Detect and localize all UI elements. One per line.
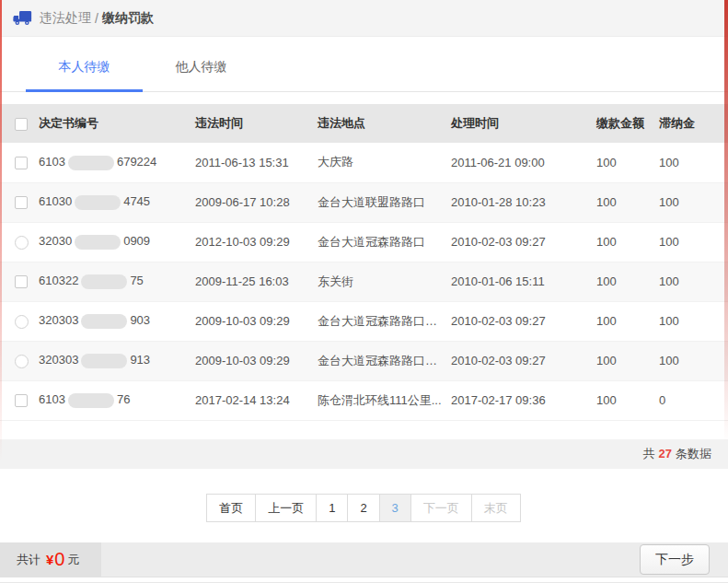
payment-amount-cell: 100 xyxy=(591,380,653,420)
violation-location-cell: 东关街 xyxy=(312,262,445,301)
page-header: 违法处理 / 缴纳罚款 xyxy=(0,0,728,37)
violations-table-wrap: 决定书编号违法时间违法地点处理时间缴款金额滞纳金 6103679224 2011… xyxy=(0,104,728,421)
decision-number-suffix: 903 xyxy=(130,313,150,327)
table-header-row: 决定书编号违法时间违法地点处理时间缴款金额滞纳金 xyxy=(0,104,728,143)
pagination: 首页上一页123下一页末页 xyxy=(0,494,728,523)
process-time-cell: 2017-02-17 09:36 xyxy=(445,380,591,420)
page-button-page-3[interactable]: 3 xyxy=(379,494,411,523)
redacted-id-segment xyxy=(68,156,114,170)
late-fee-cell: 100 xyxy=(653,222,728,262)
decision-number-prefix: 320303 xyxy=(39,353,78,367)
process-time-cell: 2011-06-21 09:00 xyxy=(445,143,591,182)
record-count-bar: 共 27 条数据 xyxy=(0,439,728,469)
right-edge-accent xyxy=(724,0,728,442)
redacted-id-segment xyxy=(75,235,121,250)
left-edge-accent xyxy=(0,0,2,461)
late-fee-cell: 0 xyxy=(653,380,728,420)
table-row: 6103679224 2011-06-13 15:31 大庆路 2011-06-… xyxy=(0,143,728,182)
row-select-cell xyxy=(0,262,33,301)
row-select-radio[interactable] xyxy=(15,236,29,250)
breadcrumb-current: 缴纳罚款 xyxy=(102,10,154,27)
row-select-cell xyxy=(0,182,33,222)
payment-amount-cell: 100 xyxy=(591,301,653,341)
table-row: 320300909 2012-10-03 09:29 金台大道冠森路路口 201… xyxy=(0,222,728,262)
violation-time-cell: 2009-11-25 16:03 xyxy=(190,262,312,301)
page-button-page-2[interactable]: 2 xyxy=(347,494,379,523)
table-body: 6103679224 2011-06-13 15:31 大庆路 2011-06-… xyxy=(0,143,728,420)
column-header-late-fee: 滞纳金 xyxy=(653,104,728,143)
count-prefix: 共 xyxy=(643,446,655,462)
decision-number-prefix: 32030 xyxy=(39,234,72,248)
page-button-first[interactable]: 首页 xyxy=(206,494,256,523)
table-row: 320303903 2009-10-03 09:29 金台大道冠森路路口1...… xyxy=(0,301,728,341)
redacted-id-segment xyxy=(81,314,127,329)
decision-number-cell: 320300909 xyxy=(33,222,190,262)
process-time-cell: 2010-02-03 09:27 xyxy=(445,341,591,380)
row-select-cell xyxy=(0,341,33,380)
decision-number-suffix: 679224 xyxy=(117,155,156,169)
tab-others-pending[interactable]: 他人待缴 xyxy=(143,37,260,91)
late-fee-cell: 100 xyxy=(653,341,728,380)
row-select-checkbox[interactable] xyxy=(15,157,28,169)
page-button-prev[interactable]: 上一页 xyxy=(255,494,317,523)
total-box: 共计 ¥ 0 元 xyxy=(0,542,101,577)
decision-number-suffix: 4745 xyxy=(123,194,150,208)
violation-time-cell: 2012-10-03 09:29 xyxy=(190,222,312,262)
late-fee-cell: 100 xyxy=(653,301,728,341)
violation-location-cell: 金台大道联盟路路口 xyxy=(312,182,445,222)
table-row: 61032275 2009-11-25 16:03 东关街 2010-01-06… xyxy=(0,262,728,301)
row-select-cell xyxy=(0,380,33,420)
breadcrumb-parent[interactable]: 违法处理 xyxy=(40,10,91,27)
page-button-page-1[interactable]: 1 xyxy=(316,494,348,523)
payment-amount-cell: 100 xyxy=(591,182,653,222)
row-select-cell xyxy=(0,222,33,262)
process-time-cell: 2010-01-28 10:23 xyxy=(445,182,591,222)
truck-icon xyxy=(13,10,32,26)
decision-number-prefix: 6103 xyxy=(39,392,65,406)
footer-bar: 共计 ¥ 0 元 下一步 xyxy=(0,542,728,577)
violation-location-cell: 金台大道冠森路路口1... xyxy=(312,301,445,341)
violation-time-cell: 2009-10-03 09:29 xyxy=(190,341,312,380)
record-count: 27 xyxy=(659,447,672,461)
row-select-checkbox[interactable] xyxy=(15,196,28,209)
process-time-cell: 2010-02-03 09:27 xyxy=(445,222,591,262)
decision-number-cell: 61032275 xyxy=(33,262,190,301)
decision-number-cell: 320303903 xyxy=(33,301,190,341)
column-header-violation-time: 违法时间 xyxy=(190,104,312,143)
currency-symbol: ¥ xyxy=(46,552,53,567)
row-select-radio[interactable] xyxy=(15,355,29,368)
next-step-button[interactable]: 下一步 xyxy=(640,544,710,575)
violation-time-cell: 2011-06-13 15:31 xyxy=(190,143,312,182)
table-row: 610304745 2009-06-17 10:28 金台大道联盟路路口 201… xyxy=(0,182,728,222)
payment-amount-cell: 100 xyxy=(591,262,653,301)
row-select-checkbox[interactable] xyxy=(15,275,28,288)
decision-number-suffix: 0909 xyxy=(123,234,150,248)
violation-time-cell: 2017-02-14 13:24 xyxy=(190,380,312,420)
decision-number-cell: 6103679224 xyxy=(33,143,190,182)
decision-number-cell: 610376 xyxy=(33,380,190,420)
column-header-process-time: 处理时间 xyxy=(445,104,591,143)
total-label: 共计 xyxy=(17,552,40,568)
decision-number-prefix: 61030 xyxy=(39,194,72,208)
violation-location-cell: 大庆路 xyxy=(312,143,445,182)
breadcrumb-separator: / xyxy=(95,11,98,26)
select-all-cell xyxy=(0,104,33,143)
column-header-violation-location: 违法地点 xyxy=(312,104,445,143)
violation-location-cell: 金台大道冠森路路口 xyxy=(312,222,445,262)
decision-number-prefix: 610322 xyxy=(39,274,78,287)
process-time-cell: 2010-01-06 15:11 xyxy=(445,262,591,301)
tab-label: 本人待缴 xyxy=(59,59,110,76)
late-fee-cell: 100 xyxy=(653,182,728,222)
process-time-cell: 2010-02-03 09:27 xyxy=(445,301,591,341)
tab-bar: 本人待缴 他人待缴 xyxy=(0,37,728,92)
table-row: 320303913 2009-10-03 09:29 金台大道冠森路路口1...… xyxy=(0,341,728,380)
decision-number-suffix: 913 xyxy=(130,353,150,367)
row-select-cell xyxy=(0,301,33,341)
tab-self-pending[interactable]: 本人待缴 xyxy=(26,37,143,91)
page-button-last: 末页 xyxy=(471,494,521,523)
total-amount: 0 xyxy=(54,549,64,570)
row-select-checkbox[interactable] xyxy=(15,394,28,407)
select-all-checkbox[interactable] xyxy=(15,118,28,131)
row-select-radio[interactable] xyxy=(15,315,29,329)
redacted-id-segment xyxy=(81,274,127,289)
